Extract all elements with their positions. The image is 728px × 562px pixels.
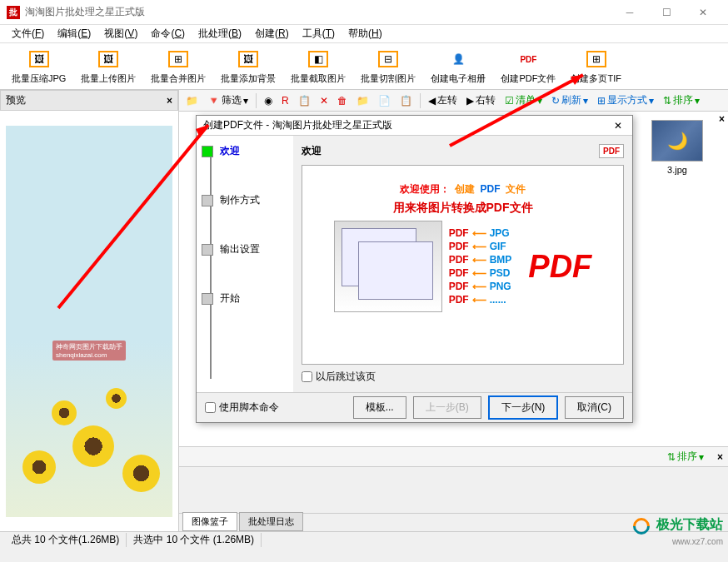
view2-icon[interactable]: R: [278, 93, 292, 108]
conversion-diagram: PDF⟵JPG PDF⟵GIF PDF⟵BMP PDF⟵PSD PDF⟵PNG …: [309, 221, 616, 312]
script-label: 使用脚本命令: [219, 400, 279, 415]
dialog-close-button[interactable]: ✕: [611, 120, 626, 132]
maximize-button[interactable]: ☐: [648, 1, 685, 24]
icon-a[interactable]: 🗑: [334, 93, 351, 108]
menu-help[interactable]: 帮助(H): [342, 25, 389, 42]
preview-panel: 预览 × 神奇网页图片下载助手shenqixiazai.com: [0, 90, 179, 531]
basket-panel: ⇅ 排序▾ ×: [179, 446, 728, 513]
status-total: 总共 10 个文件(1.26MB): [5, 533, 127, 547]
folder-up-icon[interactable]: 📁: [182, 93, 202, 108]
tool-create-tif[interactable]: ⊞创建多页TIF: [564, 46, 628, 87]
titlebar: 批 淘淘图片批处理之星正式版 ─ ☐ ✕: [0, 0, 728, 25]
next-button[interactable]: 下一步(N): [488, 395, 559, 420]
statusbar: 总共 10 个文件(1.26MB) 共选中 10 个文件 (1.26MB): [0, 531, 728, 548]
dialog-main: 欢迎 PDF 欢迎使用： 创建 PDF 文件 用来将图片转换成PDF文件: [293, 136, 632, 392]
sort-button[interactable]: ⇅ 排序▾: [660, 92, 703, 109]
preview-header: 预览 ×: [0, 90, 178, 111]
thumbnail-image: 🌙: [651, 120, 703, 162]
filter-button[interactable]: 🔻 筛选▾: [204, 92, 252, 109]
tif-icon: ⊞: [586, 51, 606, 67]
menubar: 文件(F) 编辑(E) 视图(V) 命令(C) 批处理(B) 创建(R) 工具(…: [0, 25, 728, 43]
thumbnail-item[interactable]: 🌙 3.jpg: [651, 120, 703, 175]
tool-upload[interactable]: 🖼批量上传图片: [74, 46, 142, 87]
menu-view[interactable]: 视图(V): [97, 25, 144, 42]
icon-c[interactable]: 📄: [375, 93, 394, 108]
pdf-badge-icon: PDF: [599, 144, 624, 158]
secondary-toolbar: 📁 🔻 筛选▾ ◉ R 📋 ✕ 🗑 📁 📄 📋 ◀ 左转 ▶ 右转 ☑ 清单▾ …: [179, 90, 728, 112]
view3-icon[interactable]: 📋: [295, 93, 314, 108]
rotate-left-button[interactable]: ◀ 左转: [425, 92, 461, 109]
minimize-button[interactable]: ─: [611, 1, 648, 24]
dialog-footer: 使用脚本命令 模板... 上一步(B) 下一步(N) 取消(C): [197, 392, 632, 422]
icon-b[interactable]: 📁: [353, 93, 372, 108]
thumbnail-label: 3.jpg: [651, 165, 703, 175]
format-list: PDF⟵JPG PDF⟵GIF PDF⟵BMP PDF⟵PSD PDF⟵PNG …: [449, 226, 512, 307]
pdf-icon: PDF: [520, 55, 536, 64]
cancel-button[interactable]: 取消(C): [565, 396, 624, 419]
watermark-stamp: 神奇网页图片下载助手shenqixiazai.com: [52, 341, 126, 361]
skip-label: 以后跳过该页: [316, 370, 376, 384]
screenshot-graphic: [334, 221, 442, 312]
compress-icon: 🖼: [29, 51, 49, 67]
preview-image: 神奇网页图片下载助手shenqixiazai.com: [6, 126, 172, 517]
merge-icon: ⊞: [168, 51, 188, 67]
nav-step-method[interactable]: 制作方式: [202, 193, 288, 207]
crop-icon: ◧: [308, 51, 328, 67]
close-button[interactable]: ✕: [685, 1, 721, 24]
bg-icon: 🖼: [238, 51, 258, 67]
site-watermark: 极光下载站 www.xz7.com: [633, 516, 723, 547]
window-title: 淘淘图片批处理之星正式版: [25, 5, 611, 19]
menu-file[interactable]: 文件(F): [5, 25, 51, 42]
tool-create-pdf[interactable]: PDF创建PDF文件: [494, 46, 562, 87]
menu-batch[interactable]: 批处理(B): [192, 25, 248, 42]
tool-merge[interactable]: ⊞批量合并图片: [144, 46, 212, 87]
upload-icon: 🖼: [98, 51, 118, 67]
album-icon: 👤: [452, 53, 465, 65]
rotate-right-button[interactable]: ▶ 右转: [463, 92, 499, 109]
template-button[interactable]: 模板...: [353, 396, 406, 419]
skip-checkbox[interactable]: [302, 371, 312, 382]
preview-title: 预览: [6, 93, 26, 107]
preview-area: 神奇网页图片下载助手shenqixiazai.com: [0, 111, 178, 531]
tool-split[interactable]: ⊟批量切割图片: [354, 46, 422, 87]
menu-edit[interactable]: 编辑(E): [51, 25, 97, 42]
skip-checkbox-row: 以后跳过该页: [302, 370, 624, 384]
main-toolbar: 🖼批量压缩JPG 🖼批量上传图片 ⊞批量合并图片 🖼批量添加背景 ◧批量截取图片…: [0, 43, 728, 90]
tab-basket[interactable]: 图像篮子: [182, 512, 237, 531]
dialog-heading: 欢迎: [302, 144, 322, 158]
panel-close-icon[interactable]: ×: [167, 95, 172, 107]
tool-crop[interactable]: ◧批量截取图片: [284, 46, 352, 87]
prev-button: 上一步(B): [413, 396, 481, 419]
tool-compress-jpg[interactable]: 🖼批量压缩JPG: [5, 46, 72, 87]
menu-tools[interactable]: 工具(T): [296, 25, 342, 42]
menu-create[interactable]: 创建(R): [248, 25, 296, 42]
basket-toolbar: ⇅ 排序▾ ×: [179, 447, 728, 467]
watermark-logo-icon: [630, 515, 653, 538]
refresh-button[interactable]: ↻ 刷新▾: [548, 92, 591, 109]
create-pdf-dialog: 创建PDF文件 - 淘淘图片批处理之星正式版 ✕ 欢迎 制作方式 输出设置 开始…: [196, 115, 633, 423]
menu-command[interactable]: 命令(C): [144, 25, 192, 42]
basket-close-icon[interactable]: ×: [717, 451, 723, 463]
status-selected: 共选中 10 个文件 (1.26MB): [127, 533, 262, 547]
tool-album[interactable]: 👤创建电子相册: [424, 46, 492, 87]
nav-step-output[interactable]: 输出设置: [202, 242, 288, 256]
clear-button[interactable]: ☑ 清单▾: [501, 92, 546, 109]
script-checkbox[interactable]: [205, 402, 216, 413]
basket-sort-button[interactable]: ⇅ 排序▾: [664, 448, 707, 465]
pane-close-icon[interactable]: ×: [719, 113, 725, 125]
split-icon: ⊟: [378, 51, 398, 67]
icon-d[interactable]: 📋: [396, 93, 416, 108]
wizard-nav: 欢迎 制作方式 输出设置 开始: [197, 136, 293, 392]
view1-icon[interactable]: ◉: [261, 93, 276, 108]
nav-step-welcome[interactable]: 欢迎: [202, 144, 288, 158]
display-mode-button[interactable]: ⊞ 显示方式▾: [594, 92, 657, 109]
nav-step-start[interactable]: 开始: [202, 291, 288, 306]
big-pdf-icon: PDF: [528, 249, 591, 285]
tab-log[interactable]: 批处理日志: [239, 512, 303, 531]
welcome-subtitle: 用来将图片转换成PDF文件: [309, 201, 616, 216]
app-icon: 批: [7, 6, 20, 19]
dialog-title: 创建PDF文件 - 淘淘图片批处理之星正式版: [203, 118, 611, 132]
tool-background[interactable]: 🖼批量添加背景: [214, 46, 282, 87]
delete-icon[interactable]: ✕: [317, 93, 332, 108]
dialog-titlebar: 创建PDF文件 - 淘淘图片批处理之星正式版 ✕: [197, 116, 632, 136]
